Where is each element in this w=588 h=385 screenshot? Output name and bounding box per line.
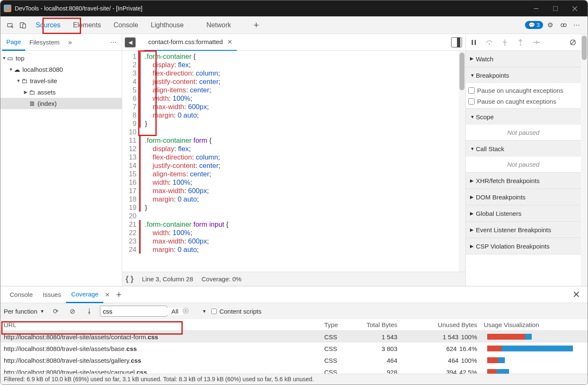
show-drawer-icon[interactable] (451, 37, 462, 47)
device-icon[interactable] (17, 19, 29, 31)
code-line[interactable]: 7 max-width: 600px; (122, 102, 459, 111)
breakpoints-section[interactable]: ▼Breakpoints (466, 67, 581, 83)
coverage-filter-input[interactable]: ⓧ (100, 306, 167, 317)
col-type[interactable]: Type (321, 321, 354, 328)
navigator-tab-filesystem[interactable]: Filesystem (25, 34, 64, 51)
pause-icon[interactable] (467, 36, 480, 49)
callstack-content: Not paused (466, 157, 581, 172)
issues-badge[interactable]: 💬 3 (525, 21, 543, 29)
export-icon[interactable]: ⭳ (83, 305, 96, 317)
content-scripts-checkbox[interactable]: Content scripts (211, 308, 261, 315)
col-unused[interactable]: Unused Bytes (401, 321, 480, 328)
drawer-tab-issues[interactable]: Issues (38, 286, 66, 303)
close-file-icon[interactable]: ✕ (227, 38, 233, 46)
clear-icon[interactable]: ⊘ (66, 305, 79, 317)
debugger-toolbar (466, 34, 581, 51)
code-line[interactable]: 5 align-items: center; (122, 86, 459, 94)
step-icon[interactable] (530, 36, 542, 49)
tab-lighthouse[interactable]: Lighthouse (144, 16, 190, 34)
event-bp-section[interactable]: ▶Event Listener Breakpoints (466, 222, 581, 238)
more-icon[interactable]: ⋯ (571, 19, 583, 31)
code-line[interactable]: 11.form-container form { (122, 136, 459, 144)
drawer-tab-console[interactable]: Console (5, 286, 38, 303)
code-line[interactable]: 17 max-width: 600px; (122, 186, 459, 195)
code-line[interactable]: 10 (122, 128, 459, 136)
pretty-print-icon[interactable]: { } (126, 275, 134, 283)
code-line[interactable]: 6 width: 100%; (122, 94, 459, 102)
code-line[interactable]: 18 margin: 0 auto; (122, 195, 459, 203)
navigator-tab-page[interactable]: Page (2, 34, 25, 51)
callstack-section[interactable]: ▼Call Stack (466, 141, 581, 157)
inspect-icon[interactable] (4, 19, 17, 31)
step-into-icon[interactable] (499, 36, 511, 49)
code-line[interactable]: 22 width: 100%; (122, 228, 459, 237)
coverage-row[interactable]: http://localhost:8080/travel-site/assets… (0, 366, 588, 374)
step-over-icon[interactable] (483, 36, 496, 49)
code-scrollbar[interactable] (459, 51, 465, 272)
file-icon: 🗎 (28, 100, 36, 107)
navigator-overflow-icon[interactable]: » (64, 36, 76, 49)
tab-console[interactable]: Console (107, 16, 144, 34)
tree-host[interactable]: ▼☁ localhost:8080 (0, 64, 122, 75)
xhr-bp-section[interactable]: ▶XHR/fetch Breakpoints (466, 173, 581, 189)
col-total[interactable]: Total Bytes (354, 321, 401, 328)
feedback-icon[interactable] (557, 19, 570, 31)
coverage-row[interactable]: http://localhost:8080/travel-site/assets… (0, 343, 588, 354)
coverage-scope-dropdown[interactable]: Per function▼ (4, 308, 45, 315)
scope-section[interactable]: ▼Scope (466, 109, 581, 125)
code-line[interactable]: 19} (122, 203, 459, 212)
code-line[interactable]: 20 (122, 212, 459, 220)
settings-icon[interactable]: ⚙ (544, 19, 556, 31)
dom-bp-section[interactable]: ▶DOM Breakpoints (466, 189, 581, 205)
file-tab[interactable]: contact-form.css:formatted✕ (144, 34, 237, 51)
tree-folder[interactable]: ▼🗀 travel-site (0, 75, 122, 86)
debugger-scrollbar[interactable] (581, 34, 588, 286)
coverage-type-dropdown[interactable]: All▼ (171, 308, 207, 315)
window-title: DevTools - localhost:8080/travel-site/ -… (15, 5, 526, 12)
add-tab-button[interactable]: + (250, 19, 262, 31)
code-editor[interactable]: 1.form-container {2 display: flex;3 flex… (122, 51, 465, 272)
pause-caught-checkbox[interactable]: Pause on caught exceptions (468, 96, 578, 107)
reload-icon[interactable]: ⟳ (50, 305, 62, 317)
close-button[interactable] (565, 0, 584, 16)
col-url[interactable]: URL (0, 321, 321, 328)
tab-network[interactable]: Network (200, 16, 237, 34)
code-line[interactable]: 2 display: flex; (122, 60, 459, 69)
code-line[interactable]: 13 flex-direction: column; (122, 153, 459, 161)
minimize-button[interactable] (526, 0, 546, 16)
watch-section[interactable]: ▶Watch (466, 51, 581, 67)
code-line[interactable]: 8 margin: 0 auto; (122, 111, 459, 119)
code-line[interactable]: 4 justify-content: center; (122, 77, 459, 86)
navigator-more-icon[interactable]: ⋯ (108, 36, 120, 49)
code-line[interactable]: 24 margin: 0 auto; (122, 245, 459, 254)
global-listeners-section[interactable]: ▶Global Listeners (466, 205, 581, 221)
code-line[interactable]: 9} (122, 119, 459, 128)
close-coverage-icon[interactable]: ✕ (105, 291, 110, 298)
coverage-row[interactable]: http://localhost:8080/travel-site/assets… (0, 354, 588, 366)
maximize-button[interactable] (546, 0, 565, 16)
deactivate-bp-icon[interactable] (567, 36, 579, 49)
code-line[interactable]: 21.form-container form input { (122, 220, 459, 228)
tab-sources[interactable]: Sources (29, 16, 67, 34)
pause-uncaught-checkbox[interactable]: Pause on uncaught exceptions (468, 85, 578, 96)
code-line[interactable]: 1.form-container { (122, 52, 459, 60)
tab-elements[interactable]: Elements (67, 16, 108, 34)
tree-assets[interactable]: ▶🗀 assets (0, 86, 122, 98)
svg-point-11 (488, 43, 490, 45)
step-out-icon[interactable] (514, 36, 527, 49)
code-line[interactable]: 3 flex-direction: column; (122, 69, 459, 77)
close-drawer-icon[interactable]: ✕ (572, 289, 580, 300)
nav-back-icon[interactable]: ◀ (125, 37, 136, 47)
code-line[interactable]: 12 display: flex; (122, 144, 459, 153)
code-line[interactable]: 14 justify-content: center; (122, 161, 459, 170)
code-line[interactable]: 23 max-width: 600px; (122, 237, 459, 245)
coverage-row[interactable]: http://localhost:8080/travel-site/assets… (0, 331, 588, 343)
drawer-add-tab-button[interactable]: + (116, 289, 121, 300)
tree-top[interactable]: ▼▭ top (0, 52, 122, 64)
code-line[interactable]: 15 align-items: center; (122, 170, 459, 178)
drawer-tab-coverage[interactable]: Coverage (66, 286, 103, 303)
col-viz[interactable]: Usage Visualization (480, 321, 588, 328)
csp-bp-section[interactable]: ▶CSP Violation Breakpoints (466, 238, 581, 254)
code-line[interactable]: 16 width: 100%; (122, 178, 459, 186)
tree-index[interactable]: 🗎 (index) (0, 98, 122, 109)
